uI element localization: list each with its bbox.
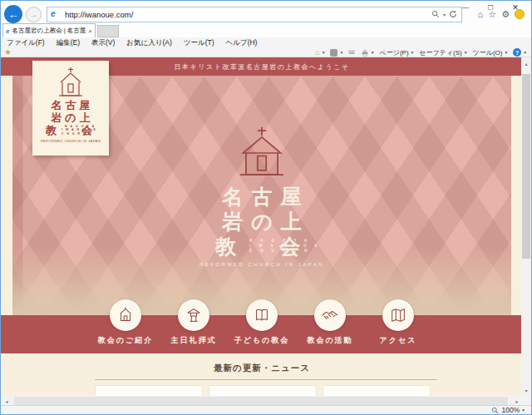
command-bar-buttons: ⌂ ▾ ▾ ✉ ▾ ページ(P) ▾ セーフティ(S) ▾ ツール(O) ▾ ?… [315,48,531,57]
hero-line3-left: 教 [215,234,244,259]
hero-mini-text: NAGOYA IWANOUE CHURCH [249,239,274,254]
status-bar: 100% ▾ [1,405,531,414]
vertical-scrollbar[interactable]: ▴ ▾ [521,57,531,396]
zoom-caret-icon[interactable]: ▾ [522,408,525,413]
menu-bar: ファイル(F) 編集(E) 表示(V) お気に入り(A) ツール(T) ヘルプ(… [1,37,531,48]
scroll-down-icon[interactable]: ▾ [521,384,531,396]
url-text[interactable]: http://iwanoue.com/ [65,10,427,19]
cmd-home-icon[interactable]: ⌂ [315,48,319,57]
cmd-help-caret-icon: ▾ [524,50,526,55]
hero-line3-right: 会 [279,234,308,259]
cmd-safety-caret-icon: ▾ [465,50,467,55]
church-icon [116,306,135,324]
logo-caption: REFORMED CHURCH IN JAPAN [32,139,109,143]
hero-line2: 岩の上 [1,209,523,234]
cmd-feeds-icon[interactable] [330,49,337,57]
children-church-icon [253,306,271,324]
close-icon[interactable]: × [503,1,528,13]
tab-close-icon[interactable]: × [88,27,92,35]
cmd-page-caret-icon: ▾ [411,50,414,55]
logo-line3-left: 教 [46,124,60,136]
window-controls: — □ × [453,1,528,13]
hero-line3: 教 NAGOYA IWANOUE CHURCH 会 [1,234,523,259]
logo-line3: 教 NAGOYA IWANOUE CHURCH 会 [32,124,109,136]
map-icon [389,306,407,324]
zoom-magnifier-icon [491,407,499,414]
tab-favicon-icon: e [6,27,9,35]
news-card[interactable] [209,385,317,396]
command-bar: ★ ⌂ ▾ ▾ ✉ ▾ ページ(P) ▾ セーフティ(S) ▾ ツール(O) ▾… [1,48,531,57]
menu-file[interactable]: ファイル(F) [1,38,51,48]
cmd-feeds-caret-icon[interactable]: ▾ [340,50,342,55]
menu-favorites[interactable]: お気に入り(A) [121,38,177,48]
nav-activity-button[interactable] [314,299,346,331]
cmd-safety-button[interactable]: セーフティ(S) [419,48,461,57]
back-button[interactable]: ← [4,5,22,23]
nav-access-label[interactable]: アクセス [357,335,440,346]
hero-caption: REFORMED CHURCH IN JAPAN [1,262,523,267]
page-favicon-icon: e [51,9,61,19]
menu-edit[interactable]: 編集(E) [51,38,86,48]
worship-icon [185,306,203,324]
hero-church-icon [233,126,291,180]
forward-button[interactable]: → [26,7,42,22]
nav-children-button[interactable] [246,299,278,331]
page-viewport: 日本キリスト改革派名古屋岩の上教会へようこそ 名古屋 岩の上 教 NAGOYA … [1,57,523,396]
cmd-home-caret-icon[interactable]: ▾ [323,50,325,55]
news-divider [95,379,437,380]
cmd-help-icon[interactable]: ? [513,48,521,57]
vertical-scrollbar-thumb[interactable] [522,74,530,259]
handshake-icon [321,306,339,324]
site-logo-card[interactable]: 名古屋 岩の上 教 NAGOYA IWANOUE CHURCH 会 REFORM… [32,61,109,156]
active-tab[interactable]: e 名古屋岩の上教会 | 名古屋... × [2,23,96,37]
logo-line1: 名古屋 [32,99,109,111]
tab-bar: e 名古屋岩の上教会 | 名古屋... × [1,23,531,37]
news-card[interactable] [95,385,203,396]
logo-line2: 岩の上 [32,111,109,124]
cmd-print-icon[interactable] [361,49,369,57]
menu-help[interactable]: ヘルプ(H) [220,38,264,48]
church-logo-icon [54,66,87,99]
scroll-up-icon[interactable]: ▴ [521,57,531,69]
cmd-print-caret-icon[interactable]: ▾ [372,50,374,55]
logo-mini-text: NAGOYA IWANOUE CHURCH [62,125,80,136]
favorites-bar-star-icon[interactable]: ★ [4,48,12,57]
news-section: 最新の更新・ニュース [1,353,523,396]
tab-title: 名古屋岩の上教会 | 名古屋... [12,27,86,35]
new-tab-button[interactable] [97,25,119,37]
nav-worship-button[interactable] [178,299,209,331]
hero-line1: 名古屋 [1,184,523,209]
cmd-tools-caret-icon: ▾ [505,50,507,55]
address-bar[interactable]: e http://iwanoue.com/ ▾ [47,7,462,22]
news-heading: 最新の更新・ニュース [1,353,523,374]
search-icon[interactable] [431,10,440,18]
horizontal-scrollbar-thumb[interactable] [14,397,508,405]
zoom-level-text: 100% [501,406,520,414]
menu-view[interactable]: 表示(V) [86,38,121,48]
search-dropdown-icon[interactable]: ▾ [443,12,446,17]
news-card[interactable] [323,385,431,396]
browser-window: — □ × ← → e http://iwanoue.com/ ▾ ⌂ [0,0,532,415]
minimize-icon[interactable]: — [453,1,478,13]
navigation-row: ← → e http://iwanoue.com/ ▾ [4,5,462,23]
cmd-tools-button[interactable]: ツール(O) [473,48,503,57]
welcome-banner-text: 日本キリスト改革派名古屋岩の上教会へようこそ [175,62,350,72]
cmd-page-button[interactable]: ページ(P) [380,48,409,57]
cmd-mail-icon[interactable]: ✉ [348,48,355,57]
maximize-icon[interactable]: □ [478,1,503,13]
menu-tools[interactable]: ツール(T) [178,38,220,48]
logo-line3-right: 会 [81,124,96,136]
nav-access-button[interactable] [382,299,414,331]
zoom-control[interactable]: 100% ▾ [491,406,531,414]
nav-about-button[interactable] [110,299,141,331]
